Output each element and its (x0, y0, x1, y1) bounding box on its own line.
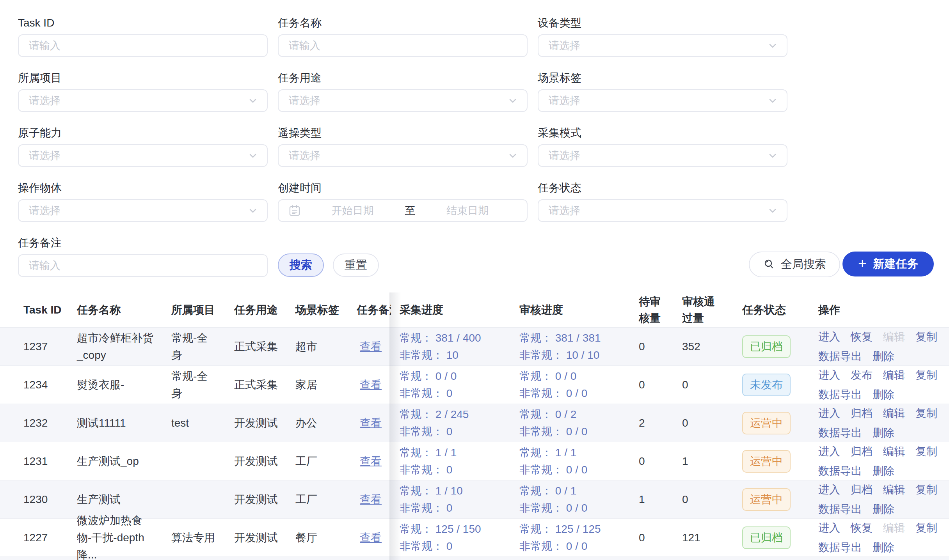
filter-field-device-type: 设备类型 请选择 (538, 16, 787, 57)
cell-task-name: 生产测试 (77, 491, 156, 508)
action-copy-link[interactable]: 复制 (915, 443, 937, 460)
action-copy-link[interactable]: 复制 (915, 367, 937, 384)
table-row: 1231 生产测试_op 开发测试 工厂 查看 常规： 1 / 1 非常规： 0… (0, 442, 949, 480)
action-export-link[interactable]: 数据导出 (818, 539, 862, 556)
filter-field-operate-object: 操作物体 请选择 (18, 181, 268, 222)
action-enter-link[interactable]: 进入 (818, 367, 840, 384)
action-publish-link[interactable]: 发布 (851, 367, 873, 384)
task-status-select[interactable]: 请选择 (538, 199, 787, 222)
task-id-input[interactable]: 请输入 (18, 34, 268, 57)
row-actions: 进入发布编辑复制数据导出删除 (818, 367, 948, 403)
action-export-link[interactable]: 数据导出 (818, 348, 862, 365)
action-delete-link[interactable]: 删除 (873, 348, 894, 365)
filter-panel: Task ID 请输入 任务名称 请输入 设备类型 请选择 所属项目 请选择 (18, 16, 787, 277)
review-regular-line: 常规： 381 / 381 (519, 330, 634, 347)
action-copy-link[interactable]: 复制 (915, 481, 937, 498)
action-archive-link[interactable]: 归档 (851, 481, 873, 498)
action-enter-link[interactable]: 进入 (818, 405, 840, 422)
collect-mode-select[interactable]: 请选择 (538, 144, 787, 167)
action-copy-link[interactable]: 复制 (915, 328, 937, 346)
action-archive-link[interactable]: 归档 (851, 443, 873, 460)
row-actions: 进入归档编辑复制数据导出删除 (818, 405, 948, 441)
action-delete-link[interactable]: 删除 (873, 386, 894, 403)
collect-irregular-line: 非常规： 0 (400, 500, 515, 517)
cell-review-progress: 常规： 0 / 1 非常规： 0 / 0 (519, 482, 634, 517)
view-note-link[interactable]: 查看 (357, 379, 382, 391)
action-restore-link[interactable]: 恢复 (851, 328, 873, 346)
cell-approved-count: 352 (682, 338, 725, 355)
header-pending-review: 待审核量 (639, 293, 674, 326)
teleop-type-select[interactable]: 请选择 (278, 144, 528, 167)
header-task-note: 任务备注 (357, 301, 391, 319)
cell-task-note: 查看 (357, 453, 391, 470)
end-date-placeholder: 结束日期 (418, 204, 518, 218)
row-actions: 进入恢复编辑复制数据导出删除 (818, 328, 948, 365)
collect-regular-line: 常规： 1 / 10 (400, 482, 515, 500)
filter-field-scene-tag: 场景标签 请选择 (538, 71, 787, 112)
action-copy-link[interactable]: 复制 (915, 405, 937, 422)
create-task-label: 新建任务 (873, 256, 918, 272)
field-label: 采集模式 (538, 126, 787, 140)
task-note-input[interactable]: 请输入 (18, 254, 268, 277)
header-actions: 操作 (818, 301, 948, 319)
task-name-input[interactable]: 请输入 (278, 34, 528, 57)
global-search-button[interactable]: 全局搜索 (749, 252, 840, 277)
action-edit-link[interactable]: 编辑 (883, 367, 905, 384)
cell-task-status: 未发布 (742, 374, 812, 396)
project-select[interactable]: 请选择 (18, 89, 268, 112)
atomic-ability-select[interactable]: 请选择 (18, 144, 268, 167)
collect-regular-line: 常规： 381 / 400 (400, 330, 515, 347)
cell-scene-tag: 超市 (295, 338, 354, 355)
header-purpose: 任务用途 (234, 301, 293, 319)
filter-field-task-purpose: 任务用途 请选择 (278, 71, 528, 112)
placeholder-text: 请选择 (289, 94, 320, 108)
create-time-range-picker[interactable]: 开始日期 至 结束日期 (278, 199, 528, 222)
action-archive-link[interactable]: 归档 (851, 405, 873, 422)
action-edit-link[interactable]: 编辑 (883, 443, 905, 460)
task-management-page: Task ID 请输入 任务名称 请输入 设备类型 请选择 所属项目 请选择 (0, 0, 949, 560)
cell-pending-review: 0 (639, 453, 674, 470)
create-task-button[interactable]: + 新建任务 (842, 252, 934, 276)
action-export-link[interactable]: 数据导出 (818, 463, 862, 480)
field-label: 遥操类型 (278, 126, 528, 140)
action-delete-link[interactable]: 删除 (873, 501, 894, 518)
view-note-link[interactable]: 查看 (357, 417, 382, 429)
device-type-select[interactable]: 请选择 (538, 34, 787, 57)
task-purpose-select[interactable]: 请选择 (278, 89, 528, 112)
action-export-link[interactable]: 数据导出 (818, 424, 862, 441)
operate-object-select[interactable]: 请选择 (18, 199, 268, 222)
reset-button[interactable]: 重置 (333, 253, 379, 277)
action-copy-link[interactable]: 复制 (915, 519, 937, 537)
placeholder-text: 请输入 (29, 259, 60, 273)
action-delete-link[interactable]: 删除 (873, 539, 894, 556)
global-search-label: 全局搜索 (781, 257, 826, 272)
cell-task-name: 测试11111 (77, 415, 156, 432)
action-delete-link[interactable]: 删除 (873, 463, 894, 480)
view-note-link[interactable]: 查看 (357, 493, 382, 505)
cell-task-note: 查看 (357, 529, 391, 546)
cell-task-id: 1230 (23, 491, 74, 508)
action-enter-link[interactable]: 进入 (818, 328, 840, 346)
scene-tag-select[interactable]: 请选择 (538, 89, 787, 112)
action-enter-link[interactable]: 进入 (818, 519, 840, 537)
action-edit-link[interactable]: 编辑 (883, 481, 905, 498)
cell-task-id: 1227 (23, 529, 74, 546)
placeholder-text: 请选择 (549, 94, 580, 108)
action-export-link[interactable]: 数据导出 (818, 501, 862, 518)
action-delete-link[interactable]: 删除 (873, 424, 894, 441)
cell-purpose: 开发测试 (234, 491, 293, 508)
view-note-link[interactable]: 查看 (357, 340, 382, 353)
cell-task-note: 查看 (357, 415, 391, 432)
chevron-down-icon (767, 95, 778, 106)
field-label: 操作物体 (18, 181, 268, 195)
action-enter-link[interactable]: 进入 (818, 443, 840, 460)
action-enter-link[interactable]: 进入 (818, 481, 840, 498)
cell-project: 常规-全身 (171, 368, 218, 402)
action-edit-link[interactable]: 编辑 (883, 405, 905, 422)
action-restore-link[interactable]: 恢复 (851, 519, 873, 537)
action-export-link[interactable]: 数据导出 (818, 386, 862, 403)
view-note-link[interactable]: 查看 (357, 532, 382, 544)
search-button[interactable]: 搜索 (278, 253, 324, 277)
view-note-link[interactable]: 查看 (357, 455, 382, 467)
field-label: 场景标签 (538, 71, 787, 85)
